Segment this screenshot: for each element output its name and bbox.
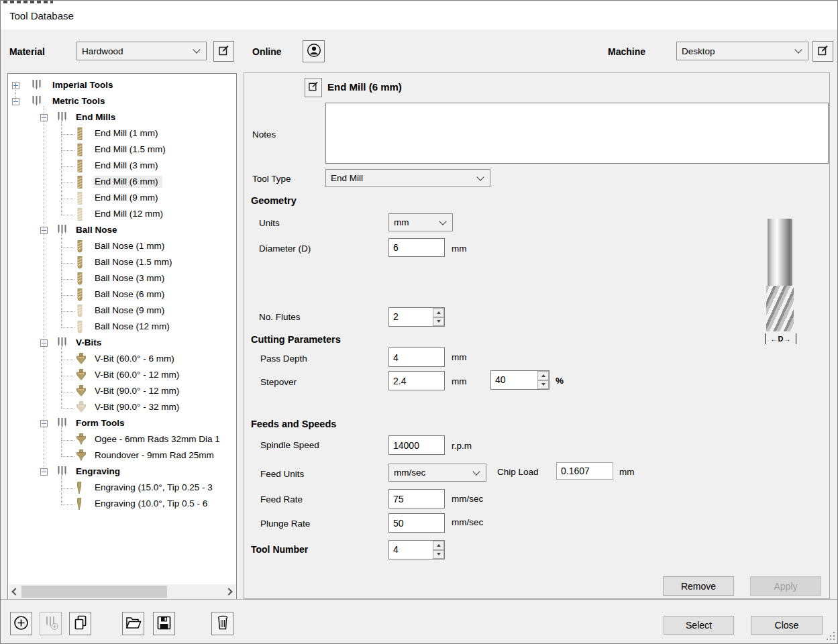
tool-number-stepper[interactable]: 4 — [388, 540, 445, 559]
tree-row[interactable]: V-Bit (90.0° - 12 mm) — [8, 384, 237, 400]
scroll-right-arrow-icon[interactable] — [222, 584, 235, 599]
delete-tool-button[interactable] — [211, 612, 233, 635]
add-tool-group-button[interactable] — [40, 612, 62, 635]
tree-row[interactable]: End Mill (6 mm) — [8, 174, 237, 191]
tree-row[interactable]: End Mill (12 mm) — [8, 207, 237, 223]
tree-item-label[interactable]: Metric Tools — [51, 95, 109, 107]
tree-item-label[interactable]: V-Bit (60.0° - 12 mm) — [93, 369, 183, 381]
edit-machine-button[interactable] — [813, 41, 833, 62]
tree-item-label[interactable]: Engraving (15.0°, Tip 0.25 - 3 — [93, 482, 217, 494]
tree-row[interactable]: Ogee - 6mm Rads 32mm Dia 1 — [8, 432, 237, 448]
tree-item-label[interactable]: Ball Nose (9 mm) — [93, 305, 168, 317]
tree-row[interactable]: End Mill (9 mm) — [8, 191, 237, 207]
scrollbar-thumb[interactable] — [21, 586, 167, 598]
copy-tool-button[interactable] — [69, 612, 91, 635]
tree-horizontal-scrollbar[interactable] — [9, 584, 235, 599]
add-tool-button[interactable] — [10, 612, 32, 635]
tree-item-label[interactable]: Imperial Tools — [51, 79, 117, 91]
tree-item-label[interactable]: Ball Nose (12 mm) — [93, 321, 174, 333]
tool-database-dialog: Tool Database Material Hardwood Online M… — [0, 0, 838, 644]
tree-row[interactable]: Ball Nose (9 mm) — [8, 303, 237, 319]
spin-up-icon[interactable] — [433, 308, 444, 317]
scroll-left-arrow-icon[interactable] — [9, 584, 22, 599]
spin-down-icon[interactable] — [433, 550, 444, 559]
tree-row[interactable]: V-Bit (60.0° - 12 mm) — [8, 368, 237, 384]
tree-row[interactable]: Ball Nose (12 mm) — [8, 319, 237, 335]
stepover-percent-stepper[interactable]: 40 — [490, 370, 549, 390]
material-select[interactable]: Hardwood — [76, 42, 207, 60]
tree-row[interactable]: V-Bit (90.0° - 32 mm) — [8, 400, 237, 416]
units-select[interactable]: mm — [388, 213, 453, 231]
tree-row[interactable]: Form Tools — [8, 416, 237, 432]
tree-row[interactable]: Engraving (10.0°, Tip 0.5 - 6 — [8, 496, 237, 513]
feed-rate-input[interactable] — [388, 489, 445, 508]
tree-item-label[interactable]: V-Bit (90.0° - 32 mm) — [93, 401, 183, 413]
tree-row[interactable]: End Mill (3 mm) — [8, 158, 237, 174]
tree-row[interactable]: Ball Nose — [8, 223, 237, 239]
tree-row[interactable]: V-Bits — [8, 335, 237, 352]
tree-item-label[interactable]: End Mills — [74, 111, 119, 123]
tree-item-label[interactable]: End Mill (1 mm) — [93, 127, 162, 140]
open-database-button[interactable] — [122, 612, 144, 635]
tree-row[interactable]: Engraving — [8, 464, 237, 480]
geometry-heading: Geometry — [251, 195, 297, 206]
tree-item-label[interactable]: End Mill (12 mm) — [93, 208, 167, 220]
tree-row[interactable]: Roundover - 9mm Rad 25mm — [8, 448, 237, 464]
tree-row[interactable]: Ball Nose (1 mm) — [8, 239, 237, 255]
edit-tool-name-button[interactable] — [305, 78, 322, 97]
stepover-input[interactable] — [388, 371, 445, 390]
tree-item-label[interactable]: Engraving — [74, 466, 124, 478]
tree-item-label[interactable]: Ogee - 6mm Rads 32mm Dia 1 — [93, 433, 224, 445]
tree-row[interactable]: Ball Nose (6 mm) — [8, 287, 237, 303]
tree-item-label[interactable]: V-Bit (90.0° - 12 mm) — [93, 385, 183, 397]
tree-row[interactable]: Metric Tools — [8, 94, 237, 110]
apply-button[interactable]: Apply — [750, 576, 821, 596]
tree-row[interactable]: End Mill (1.5 mm) — [8, 142, 237, 158]
flutes-stepper[interactable]: 2 — [388, 307, 445, 327]
tree-item-label[interactable]: End Mill (9 mm) — [93, 192, 162, 204]
tree-item-label[interactable]: End Mill (3 mm) — [93, 160, 162, 172]
tool-type-select[interactable]: End Mill — [325, 169, 490, 187]
tree-item-label[interactable]: Roundover - 9mm Rad 25mm — [93, 449, 218, 462]
select-button[interactable]: Select — [664, 616, 734, 635]
save-database-button[interactable] — [153, 612, 175, 635]
spin-up-icon[interactable] — [537, 371, 549, 380]
tree-row[interactable]: Engraving (15.0°, Tip 0.25 - 3 — [8, 480, 237, 496]
tree-row[interactable]: Imperial Tools — [8, 78, 237, 94]
resize-grip[interactable] — [827, 632, 836, 641]
feed-units-select[interactable]: mm/sec — [388, 464, 486, 482]
tree-item-label[interactable]: End Mill (1.5 mm) — [93, 144, 170, 156]
diameter-input[interactable] — [388, 238, 445, 257]
online-account-button[interactable] — [303, 40, 325, 62]
notes-textarea[interactable] — [325, 103, 829, 164]
machine-select[interactable]: Desktop — [676, 42, 808, 60]
endmill-icon — [76, 160, 84, 175]
plunge-rate-input[interactable] — [388, 513, 445, 533]
tree-item-label[interactable]: V-Bits — [74, 337, 105, 349]
remove-button[interactable]: Remove — [663, 576, 734, 596]
tree-row[interactable]: End Mills — [8, 110, 237, 126]
tree-item-label[interactable]: End Mill (6 mm) — [93, 176, 162, 188]
tree-row[interactable]: End Mill (1 mm) — [8, 126, 237, 142]
spindle-speed-label: Spindle Speed — [260, 440, 319, 450]
spin-down-icon[interactable] — [537, 380, 549, 390]
edit-material-button[interactable] — [213, 41, 234, 62]
spin-down-icon[interactable] — [433, 317, 444, 327]
tree-item-label[interactable]: Ball Nose (1.5 mm) — [93, 256, 176, 268]
spindle-speed-input[interactable] — [388, 435, 445, 455]
tree-row[interactable]: Ball Nose (1.5 mm) — [8, 255, 237, 271]
tree-item-label[interactable]: Form Tools — [74, 417, 129, 429]
tree-guide — [61, 360, 74, 360]
close-button[interactable]: Close — [751, 616, 823, 635]
tree-item-label[interactable]: Ball Nose (1 mm) — [93, 240, 168, 252]
tree-item-label[interactable]: Ball Nose (6 mm) — [93, 288, 168, 301]
tree-item-label[interactable]: Engraving (10.0°, Tip 0.5 - 6 — [93, 498, 211, 510]
tree-row[interactable]: Ball Nose (3 mm) — [8, 271, 237, 287]
tree-item-label[interactable]: Ball Nose — [74, 224, 121, 236]
tree-item-label[interactable]: V-Bit (60.0° - 6 mm) — [93, 353, 178, 365]
tree-row[interactable]: V-Bit (60.0° - 6 mm) — [8, 352, 237, 368]
tree-item-label[interactable]: Ball Nose (3 mm) — [93, 272, 168, 284]
expand-icon[interactable] — [12, 82, 19, 89]
spin-up-icon[interactable] — [433, 541, 444, 550]
pass-depth-input[interactable] — [388, 347, 445, 367]
